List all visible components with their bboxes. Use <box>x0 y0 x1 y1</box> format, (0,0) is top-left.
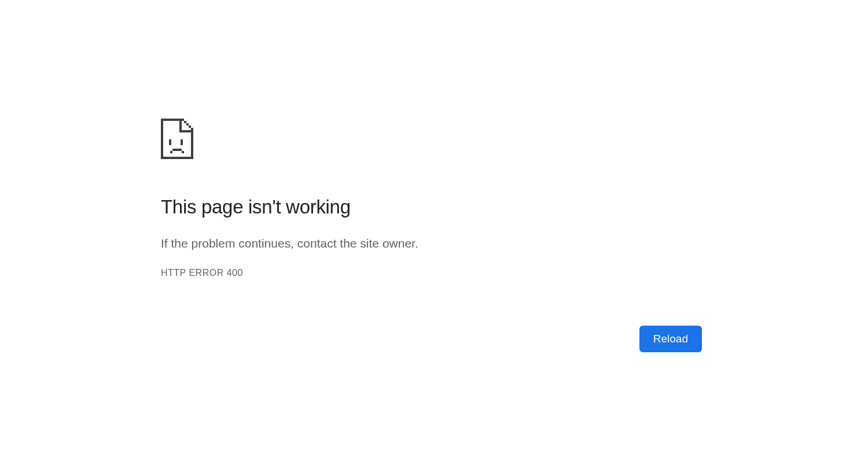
error-code: HTTP ERROR 400 <box>161 268 702 278</box>
svg-rect-5 <box>184 121 186 123</box>
svg-rect-1 <box>161 119 182 121</box>
error-page-container: This page isn't working If the problem c… <box>161 119 702 278</box>
svg-rect-7 <box>189 126 191 128</box>
svg-rect-10 <box>179 130 193 132</box>
svg-rect-15 <box>182 151 184 153</box>
svg-rect-4 <box>182 119 184 121</box>
reload-button[interactable]: Reload <box>639 326 702 352</box>
svg-rect-2 <box>161 157 193 159</box>
svg-rect-0 <box>161 119 163 159</box>
svg-rect-13 <box>172 149 182 151</box>
svg-rect-12 <box>181 139 183 145</box>
svg-rect-14 <box>170 151 172 153</box>
svg-rect-3 <box>191 130 193 159</box>
sad-document-icon <box>161 119 702 161</box>
svg-rect-6 <box>186 123 189 126</box>
error-message: If the problem continues, contact the si… <box>161 237 702 250</box>
error-title: This page isn't working <box>161 196 702 218</box>
svg-rect-8 <box>191 128 193 130</box>
svg-rect-11 <box>169 139 171 145</box>
